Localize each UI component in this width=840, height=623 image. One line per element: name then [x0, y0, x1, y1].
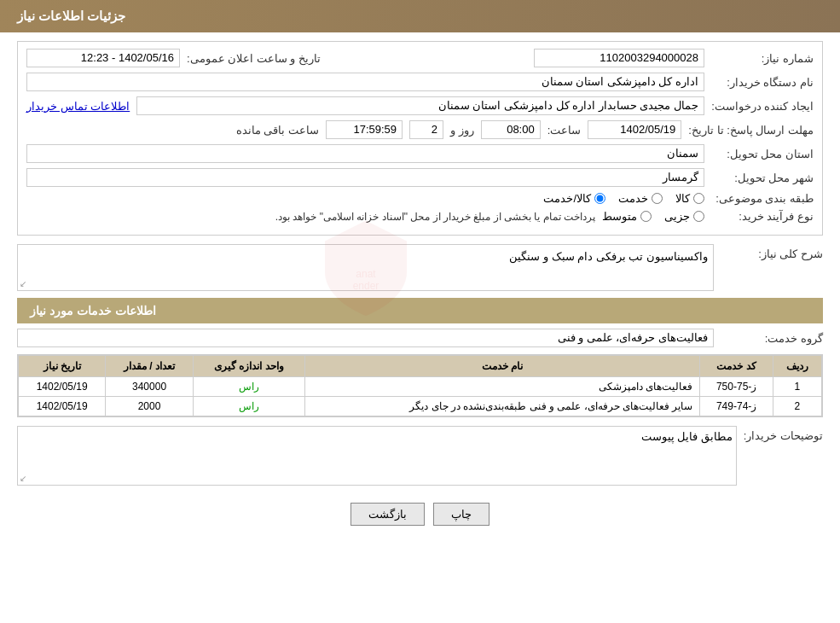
- deadline-date: 1402/05/19: [588, 120, 681, 139]
- row-creator: ایجاد کننده درخواست: جمال مجیدی حسابدار …: [26, 96, 814, 115]
- cell-qty: 2000: [106, 397, 193, 416]
- deadline-label: مهلت ارسال پاسخ: تا تاریخ:: [688, 124, 814, 137]
- col-header-name: نام خدمت: [304, 356, 700, 377]
- row-category: طبقه بندی موضوعی: کالا خدمت کالا/خدمت: [26, 192, 814, 205]
- row-deadline: مهلت ارسال پاسخ: تا تاریخ: 1402/05/19 سا…: [26, 120, 814, 139]
- services-table: ردیف کد خدمت نام خدمت واحد اندازه گیری ت…: [18, 355, 822, 416]
- row-city: شهر محل تحویل: گرمسار: [26, 168, 814, 187]
- cell-num: 1: [773, 377, 821, 397]
- cell-code: ز-75-750: [700, 377, 773, 397]
- category-label: طبقه بندی موضوعی:: [711, 192, 814, 205]
- deadline-remaining: 17:59:59: [326, 120, 403, 139]
- purchase-type-group: جزیی متوسط: [602, 210, 704, 223]
- buyer-org-value: اداره کل دامپزشکی استان سمنان: [26, 73, 704, 91]
- row-buyer-org: نام دستگاه خریدار: اداره کل دامپزشکی است…: [26, 73, 814, 91]
- col-header-num: ردیف: [773, 356, 821, 377]
- category-radio-group: کالا خدمت کالا/خدمت: [543, 192, 704, 205]
- radio-item-jozii: جزیی: [664, 210, 704, 223]
- deadline-time-label: ساعت:: [547, 124, 582, 137]
- province-label: استان محل تحویل:: [711, 148, 814, 160]
- services-table-section: ردیف کد خدمت نام خدمت واحد اندازه گیری ت…: [17, 354, 823, 417]
- row-province: استان محل تحویل: سمنان: [26, 144, 814, 163]
- page-wrapper: جزئیات اطلاعات نیاز شماره نیاز: 11020032…: [0, 0, 840, 623]
- purchase-type-label: نوع فرآیند خرید:: [711, 210, 814, 223]
- svg-text:anat: anat: [356, 267, 376, 279]
- svg-text:ender: ender: [352, 279, 379, 291]
- page-title: جزئیات اطلاعات نیاز: [17, 9, 125, 23]
- radio-item-khedmat: خدمت: [618, 192, 663, 205]
- deadline-remaining-label: ساعت باقی مانده: [236, 124, 319, 137]
- province-value: سمنان: [26, 144, 704, 163]
- cell-qty: 340000: [106, 377, 193, 397]
- main-content: شماره نیاز: 1102003294000028 تاریخ و ساع…: [0, 32, 840, 547]
- cell-date: 1402/05/19: [19, 397, 106, 416]
- radio-motawaset[interactable]: [640, 211, 652, 222]
- col-header-code: کد خدمت: [700, 356, 773, 377]
- need-desc-label: شرح کلی نیاز:: [721, 244, 823, 260]
- page-header: جزئیات اطلاعات نیاز: [0, 0, 840, 32]
- row-need-desc: شرح کلی نیاز: anat ender واکسیناسیون تب …: [17, 244, 823, 291]
- purchase-notice: پرداخت تمام یا بخشی از مبلغ خریدار از مح…: [275, 211, 595, 223]
- city-label: شهر محل تحویل:: [711, 172, 814, 184]
- radio-kala-khedmat[interactable]: [594, 193, 605, 204]
- table-header-row: ردیف کد خدمت نام خدمت واحد اندازه گیری ت…: [19, 356, 822, 377]
- row-purchase-type: نوع فرآیند خرید: جزیی متوسط پرداخت تمام …: [26, 210, 814, 223]
- radio-jozii[interactable]: [693, 211, 704, 222]
- print-button[interactable]: چاپ: [433, 503, 490, 526]
- need-number-value: 1102003294000028: [534, 49, 704, 67]
- cell-name: فعالیت‌های دامپزشکی: [304, 377, 700, 397]
- back-button[interactable]: بازگشت: [350, 503, 425, 526]
- info-section-main: شماره نیاز: 1102003294000028 تاریخ و ساع…: [17, 41, 823, 236]
- radio-item-kala-khedmat: کالا/خدمت: [543, 192, 605, 205]
- radio-kala[interactable]: [693, 193, 704, 204]
- radio-item-kala: کالا: [675, 192, 704, 205]
- row-need-number: شماره نیاز: 1102003294000028 تاریخ و ساع…: [26, 49, 814, 67]
- cell-unit: راس: [193, 377, 304, 397]
- col-header-qty: تعداد / مقدار: [106, 356, 193, 377]
- buyer-desc-section: توضیحات خریدار: مطابق فایل پیوست ↙: [17, 426, 823, 486]
- table-row: 1 ز-75-750 فعالیت‌های دامپزشکی راس 34000…: [19, 377, 822, 397]
- creator-value: جمال مجیدی حسابدار اداره کل دامپزشکی است…: [136, 96, 704, 115]
- cell-num: 2: [773, 397, 821, 416]
- buyer-desc-box: مطابق فایل پیوست ↙: [17, 426, 737, 486]
- cell-name: سایر فعالیت‌های حرفه‌ای، علمی و فنی طبقه…: [304, 397, 700, 416]
- services-section-header: اطلاعات خدمات مورد نیاز: [17, 298, 823, 323]
- date-value: 1402/05/16 - 12:23: [26, 49, 180, 67]
- col-header-date: تاریخ نیاز: [19, 356, 106, 377]
- city-value: گرمسار: [26, 168, 704, 187]
- cell-unit: راس: [193, 397, 304, 416]
- date-label: تاریخ و ساعت اعلان عمومی:: [187, 52, 321, 65]
- service-group-label: گروه خدمت:: [721, 332, 823, 345]
- creator-label: ایجاد کننده درخواست:: [711, 100, 814, 113]
- deadline-days-label: روز و: [450, 124, 474, 137]
- radio-khedmat[interactable]: [652, 193, 663, 204]
- need-desc-value: واکسیناسیون تب برفکی دام سبک و سنگین: [509, 250, 708, 263]
- buyer-org-label: نام دستگاه خریدار:: [711, 76, 814, 89]
- deadline-days: 2: [409, 120, 443, 139]
- buyer-desc-label: توضیحات خریدار:: [744, 426, 823, 442]
- service-group-value: فعالیت‌های حرفه‌ای، علمی و فنی: [17, 329, 714, 347]
- table-row: 2 ز-74-749 سایر فعالیت‌های حرفه‌ای، علمی…: [19, 397, 822, 416]
- contact-link[interactable]: اطلاعات تماس خریدار: [26, 100, 130, 113]
- need-number-label: شماره نیاز:: [711, 52, 814, 65]
- radio-item-motawaset: متوسط: [602, 210, 652, 223]
- need-desc-box: anat ender واکسیناسیون تب برفکی دام سبک …: [17, 244, 714, 291]
- buyer-desc-value: مطابق فایل پیوست: [21, 430, 733, 443]
- desc-resize-icon: ↙: [20, 279, 26, 288]
- cell-code: ز-74-749: [700, 397, 773, 416]
- button-row: چاپ بازگشت: [17, 494, 823, 539]
- cell-date: 1402/05/19: [19, 377, 106, 397]
- col-header-unit: واحد اندازه گیری: [193, 356, 304, 377]
- row-service-group: گروه خدمت: فعالیت‌های حرفه‌ای، علمی و فن…: [17, 329, 823, 347]
- buyer-desc-resize-icon: ↙: [20, 474, 26, 483]
- deadline-time: 08:00: [481, 120, 541, 139]
